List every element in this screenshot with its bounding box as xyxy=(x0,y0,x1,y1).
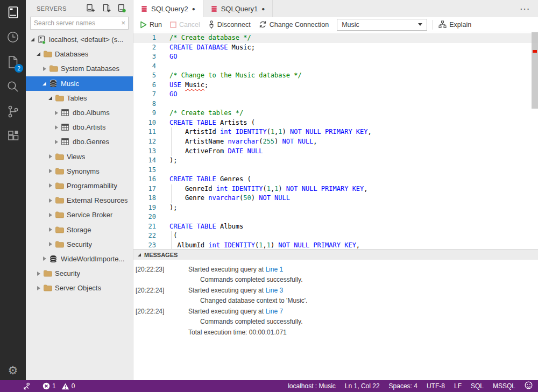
code-line-16[interactable]: 16CREATE TABLE Genres ( xyxy=(133,175,538,184)
tab-sqlquery1[interactable]: SQLQuery1● xyxy=(203,0,273,17)
status-cursor-position[interactable]: Ln 1, Col 22 xyxy=(345,382,380,390)
code-line-23[interactable]: 23 AlbumId int IDENTITY(1,1) NOT NULL PR… xyxy=(133,241,538,249)
tree-item-storage[interactable]: Storage xyxy=(26,222,133,237)
search-server-input[interactable] xyxy=(30,17,129,30)
tree-item-music[interactable]: Music xyxy=(26,76,133,91)
code-line-12[interactable]: 12 ArtistName nvarchar(255) NOT NULL, xyxy=(133,137,538,147)
tree-item-service-broker[interactable]: Service Broker xyxy=(26,208,133,222)
status-language-mode[interactable]: SQL xyxy=(471,382,484,390)
tree-item-databases[interactable]: Databases xyxy=(26,47,133,61)
tree-item-security[interactable]: Security xyxy=(26,237,133,252)
tree-item-external-resources[interactable]: External Resources xyxy=(26,193,133,208)
modified-dot-icon[interactable]: ● xyxy=(192,6,195,12)
status-encoding[interactable]: UTF-8 xyxy=(427,382,445,390)
activitybar-task-history-icon[interactable] xyxy=(0,25,26,49)
tree-item-dbo-genres[interactable]: dbo.Genres xyxy=(26,134,133,149)
code-line-5[interactable]: 5/* Change to the Music database */ xyxy=(133,71,538,81)
code-line-18[interactable]: 18 Genre nvarchar(50) NOT NULL xyxy=(133,194,538,203)
expand-arrow-icon[interactable] xyxy=(47,227,54,232)
tree-item-dbo-albums[interactable]: dbo.Albums xyxy=(26,105,133,120)
tree-item-wideworldimporte[interactable]: WideWorldImporte... xyxy=(26,252,133,266)
clear-search-icon[interactable]: × xyxy=(121,19,125,27)
tab-sqlquery2[interactable]: SQLQuery2● xyxy=(133,0,203,17)
collapse-arrow-icon[interactable] xyxy=(35,52,42,56)
expand-arrow-icon[interactable] xyxy=(35,272,42,276)
expand-arrow-icon[interactable] xyxy=(47,213,54,217)
code-line-20[interactable]: 20 xyxy=(133,212,538,222)
expand-arrow-icon[interactable] xyxy=(35,286,42,290)
new-server-group-icon[interactable] xyxy=(102,4,111,13)
code-line-6[interactable]: 6USE Music; xyxy=(133,81,538,90)
expand-arrow-icon[interactable] xyxy=(47,198,54,203)
expand-arrow-icon[interactable] xyxy=(41,256,48,261)
tree-item-security[interactable]: Security xyxy=(26,266,133,281)
tree-item-server-objects[interactable]: Server Objects xyxy=(26,281,133,295)
more-actions-icon[interactable]: ··· xyxy=(520,0,530,17)
code-line-21[interactable]: 21CREATE TABLE Albums xyxy=(133,222,538,232)
code-line-22[interactable]: 22 ( xyxy=(133,231,538,241)
line-link[interactable]: Line 3 xyxy=(265,287,283,294)
expand-arrow-icon[interactable] xyxy=(53,111,60,115)
code-line-14[interactable]: 14); xyxy=(133,156,538,166)
expand-arrow-icon[interactable] xyxy=(47,183,54,188)
disconnect-button[interactable]: Disconnect xyxy=(208,20,251,29)
activitybar-search-icon[interactable] xyxy=(0,74,26,99)
status-indentation[interactable]: Spaces: 4 xyxy=(389,382,417,390)
code-line-2[interactable]: 2CREATE DATABASE Music; xyxy=(133,43,538,53)
expand-arrow-icon[interactable] xyxy=(47,242,54,246)
database-dropdown[interactable]: Music xyxy=(337,19,427,31)
collapse-arrow-icon[interactable] xyxy=(47,96,54,100)
run-button[interactable]: Run xyxy=(140,21,162,28)
change-connection-button[interactable]: Change Connection xyxy=(259,20,329,28)
explain-button[interactable]: Explain xyxy=(438,20,471,28)
warning-count[interactable]: 0 xyxy=(61,382,75,390)
tree-item-tables[interactable]: Tables xyxy=(26,91,133,105)
expand-arrow-icon[interactable] xyxy=(53,125,60,130)
status-connection-status[interactable]: localhost : Music xyxy=(288,382,336,390)
tree-item-system-databases[interactable]: System Databases xyxy=(26,61,133,76)
settings-gear-icon[interactable]: ⚙ xyxy=(0,365,26,376)
tree-item-views[interactable]: Views xyxy=(26,149,133,164)
code-line-9[interactable]: 9/* Create tables */ xyxy=(133,109,538,118)
activitybar-extensions-icon[interactable] xyxy=(0,124,26,148)
status-eol[interactable]: LF xyxy=(454,382,462,390)
activitybar-connections-icon[interactable] xyxy=(0,0,26,25)
tree-item-synonyms[interactable]: Synonyms xyxy=(26,164,133,179)
activitybar-source-control-icon[interactable] xyxy=(0,99,26,124)
expand-arrow-icon[interactable] xyxy=(47,154,54,159)
new-connection-icon[interactable] xyxy=(86,4,95,13)
line-link[interactable]: Line 7 xyxy=(265,308,283,315)
tree-item-localhost-default-s[interactable]: localhost, <default> (s... xyxy=(26,32,133,47)
indent-guide xyxy=(171,147,172,156)
messages-panel-header[interactable]: MESSAGES xyxy=(133,250,538,260)
active-connections-icon[interactable] xyxy=(117,4,126,13)
tree-item-programmability[interactable]: Programmability xyxy=(26,179,133,193)
collapse-arrow-icon[interactable] xyxy=(29,38,36,41)
activitybar-open-editors-icon[interactable]: 2 xyxy=(0,49,26,74)
error-count[interactable]: 1 xyxy=(43,382,56,390)
code-line-19[interactable]: 19); xyxy=(133,203,538,213)
code-line-11[interactable]: 11 ArtistId int IDENTITY(1,1) NOT NULL P… xyxy=(133,127,538,137)
code-line-13[interactable]: 13 ActiveFrom DATE NULL xyxy=(133,147,538,156)
line-link[interactable]: Line 1 xyxy=(265,266,283,273)
status-provider[interactable]: MSSQL xyxy=(493,382,515,390)
collapse-arrow-icon[interactable] xyxy=(41,82,48,85)
code-line-15[interactable]: 15 xyxy=(133,166,538,175)
code-line-4[interactable]: 4 xyxy=(133,62,538,72)
editor-scrollbar[interactable] xyxy=(532,32,538,109)
feedback-user-icon[interactable] xyxy=(23,382,31,390)
modified-dot-icon[interactable]: ● xyxy=(261,6,265,12)
expand-arrow-icon[interactable] xyxy=(53,140,60,144)
expand-arrow-icon[interactable] xyxy=(41,67,48,71)
tree-item-dbo-artists[interactable]: dbo.Artists xyxy=(26,120,133,134)
code-line-8[interactable]: 8 xyxy=(133,99,538,109)
code-line-10[interactable]: 10CREATE TABLE Artists ( xyxy=(133,118,538,128)
sql-code-editor[interactable]: 1/* Create database */2CREATE DATABASE M… xyxy=(133,32,538,249)
code-line-3[interactable]: 3GO xyxy=(133,52,538,62)
feedback-smiley-icon[interactable] xyxy=(525,381,533,391)
cancel-button[interactable]: Cancel xyxy=(170,21,200,28)
code-line-7[interactable]: 7GO xyxy=(133,90,538,99)
code-line-1[interactable]: 1/* Create database */ xyxy=(133,33,538,43)
expand-arrow-icon[interactable] xyxy=(47,169,54,173)
code-line-17[interactable]: 17 GenreId int IDENTITY(1,1) NOT NULL PR… xyxy=(133,184,538,194)
